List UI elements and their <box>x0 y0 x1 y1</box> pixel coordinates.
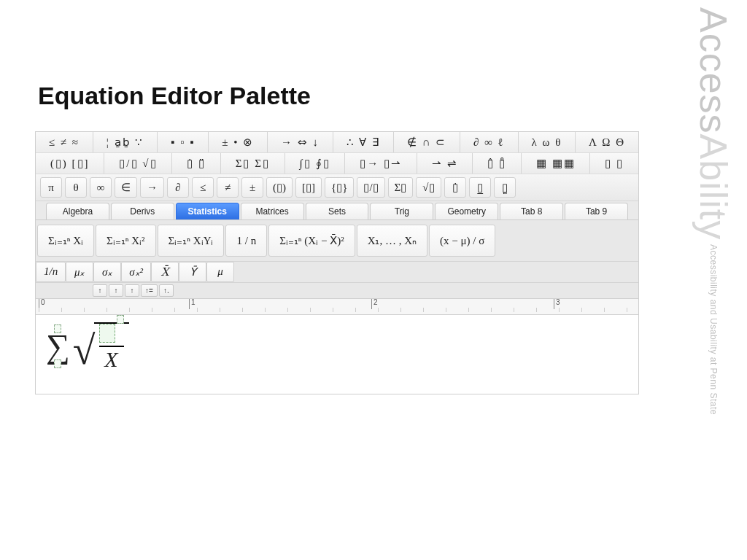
sym-neq[interactable]: ≠ <box>217 177 239 198</box>
sigma-icon: ∑ <box>46 333 70 360</box>
tab-statistics[interactable]: Statistics <box>176 203 239 219</box>
equation-editor-window: ≤ ≠ ≈ ¦ a̱ḇ ∵ ▪ ▫ ▪ ± • ⊗ → ⇔ ↓ ∴ ∀ ∃ ∉ … <box>35 131 639 394</box>
sym-pm[interactable]: ± <box>241 177 263 198</box>
tabstop-1[interactable]: ↑ <box>93 284 107 297</box>
ruler-mark-0: 0 <box>39 299 45 309</box>
sym-theta[interactable]: θ <box>65 177 87 198</box>
sym-element[interactable]: ∈ <box>115 177 137 198</box>
ruler: 0 1 2 3 <box>36 299 638 315</box>
formula-zscore[interactable]: (x − μ) / σ <box>429 225 495 257</box>
palette-fences[interactable]: (▯) [▯] <box>36 153 104 174</box>
quick-symbol-row: π θ ∞ ∈ → ∂ ≤ ≠ ± (▯) [▯] {▯} ▯/▯ Σ▯ √▯ … <box>36 174 638 201</box>
palette-arrows[interactable]: → ⇔ ↓ <box>268 132 333 152</box>
formula-sum-xy[interactable]: Σᵢ₌₁ⁿ XᵢYᵢ <box>158 225 225 257</box>
page-title: Equation Editor Palette <box>38 82 311 110</box>
sum-lower-placeholder[interactable] <box>54 359 61 368</box>
variable-row: 1/n μₓ σₓ σₓ² X̄ Ȳ μ <box>36 262 638 283</box>
palette-greek-upper[interactable]: Λ Ω Θ <box>576 132 638 152</box>
palette-greek-lower[interactable]: λ ω θ <box>519 132 576 152</box>
numerator-placeholder[interactable] <box>99 324 115 343</box>
tabstop-3[interactable]: ↑ <box>125 284 139 297</box>
formula-sum-x[interactable]: Σᵢ₌₁ⁿ Xᵢ <box>37 225 94 257</box>
sym-infinity[interactable]: ∞ <box>90 177 112 198</box>
brand-logo: AccessAbility <box>692 7 735 240</box>
var-mu[interactable]: μ <box>206 262 234 282</box>
var-sigx[interactable]: σₓ <box>93 262 121 282</box>
sym-leq[interactable]: ≤ <box>192 177 214 198</box>
formula-variance[interactable]: Σᵢ₌₁ⁿ (Xᵢ − X̄)² <box>268 225 355 257</box>
sym-sum[interactable]: Σ▯ <box>388 177 414 198</box>
formula-sum-x2[interactable]: Σᵢ₌₁ⁿ Xᵢ² <box>96 225 156 257</box>
sym-underdot[interactable]: ▯̤ <box>494 177 516 198</box>
sym-partial[interactable]: ∂ <box>167 177 189 198</box>
formula-1-over-n[interactable]: 1 / n <box>225 225 267 257</box>
var-ybar[interactable]: Ȳ <box>179 262 206 282</box>
fraction-template[interactable]: X <box>94 322 129 370</box>
var-xbar[interactable]: X̄ <box>151 262 179 282</box>
tab-8[interactable]: Tab 8 <box>500 203 563 219</box>
palette-decorations[interactable]: ¦ a̱ḇ ∵ <box>93 132 158 152</box>
sym-arrow[interactable]: → <box>140 177 164 198</box>
palette-templates[interactable]: ▯ ▯ <box>590 153 638 174</box>
palette-sets[interactable]: ∉ ∩ ⊂ <box>394 132 460 152</box>
palette-harpoons[interactable]: ⇀ ⇌ <box>417 153 473 174</box>
var-mux[interactable]: μₓ <box>66 262 93 282</box>
sym-paren[interactable]: (▯) <box>266 177 293 198</box>
tab-trig[interactable]: Trig <box>370 203 433 219</box>
tabstop-5[interactable]: ↑. <box>159 284 174 297</box>
exponent-placeholder[interactable] <box>117 315 124 324</box>
tabstop-4[interactable]: ↑= <box>141 284 158 297</box>
palette-sums[interactable]: Σ▯ Σ▯ <box>221 153 285 174</box>
tab-matrices[interactable]: Matrices <box>241 203 304 219</box>
radical-icon: √ <box>73 338 96 363</box>
palette-matrices[interactable]: ▦ ▦▦ <box>522 153 591 174</box>
palette-integrals[interactable]: ∫▯ ∮▯ <box>285 153 346 174</box>
palette-overarrows[interactable]: ▯→ ▯⇀ <box>345 153 417 174</box>
palette-dots[interactable]: ▯̇ ▯̈ <box>172 153 221 174</box>
current-equation: ∑ √ X <box>46 322 129 370</box>
sym-frac[interactable]: ▯/▯ <box>357 177 384 198</box>
palette-boxes[interactable]: ▪ ▫ ▪ <box>158 132 209 152</box>
denominator[interactable]: X <box>104 349 117 370</box>
tabstop-2[interactable]: ↑ <box>109 284 123 297</box>
palette-accents[interactable]: ▯̂ ▯̊ <box>473 153 522 174</box>
tab-algebra[interactable]: Algebra <box>46 203 109 219</box>
equation-canvas[interactable]: ∑ √ X <box>36 315 638 394</box>
sym-sqrt[interactable]: √▯ <box>416 177 441 198</box>
tab-derivs[interactable]: Derivs <box>111 203 174 219</box>
brand-tagline: Accessibility and Usability at Penn Stat… <box>708 244 719 415</box>
ruler-mark-1: 1 <box>189 299 196 309</box>
var-sigx2[interactable]: σₓ² <box>121 262 151 282</box>
tab-9[interactable]: Tab 9 <box>565 203 628 219</box>
sym-underbar[interactable]: ▯̲ <box>469 177 491 198</box>
sym-pi[interactable]: π <box>40 177 62 198</box>
sym-brace[interactable]: {▯} <box>325 177 354 198</box>
sqrt-template[interactable]: √ X <box>73 322 129 370</box>
palette-logic[interactable]: ∴ ∀ ∃ <box>333 132 394 152</box>
brand-sidebar: AccessAbility Accessibility and Usabilit… <box>680 7 747 547</box>
toolbar-row-2: (▯) [▯] ▯/▯ √▯ ▯̇ ▯̈ Σ▯ Σ▯ ∫▯ ∮▯ ▯→ ▯⇀ ⇀… <box>36 153 638 174</box>
toolbar-row-1: ≤ ≠ ≈ ¦ a̱ḇ ∵ ▪ ▫ ▪ ± • ⊗ → ⇔ ↓ ∴ ∀ ∃ ∉ … <box>36 132 638 153</box>
formula-row: Σᵢ₌₁ⁿ Xᵢ Σᵢ₌₁ⁿ Xᵢ² Σᵢ₌₁ⁿ XᵢYᵢ 1 / n Σᵢ₌₁… <box>36 220 638 262</box>
sym-bracket[interactable]: [▯] <box>295 177 322 198</box>
tab-geometry[interactable]: Geometry <box>435 203 498 219</box>
sigma-template[interactable]: ∑ <box>46 324 70 369</box>
formula-sequence[interactable]: X₁, … , Xₙ <box>357 225 427 257</box>
var-1n[interactable]: 1/n <box>36 262 66 282</box>
palette-operators[interactable]: ± • ⊗ <box>209 132 268 152</box>
tab-sets[interactable]: Sets <box>306 203 369 219</box>
sym-dot[interactable]: ▯̇ <box>444 177 466 198</box>
palette-calculus[interactable]: ∂ ∞ ℓ <box>460 132 519 152</box>
tab-stop-row: ↑ ↑ ↑ ↑= ↑. <box>36 283 638 299</box>
palette-fractions[interactable]: ▯/▯ √▯ <box>104 153 172 174</box>
ruler-mark-2: 2 <box>371 299 378 309</box>
palette-relations[interactable]: ≤ ≠ ≈ <box>36 132 93 152</box>
tab-bar: Algebra Derivs Statistics Matrices Sets … <box>36 201 638 220</box>
